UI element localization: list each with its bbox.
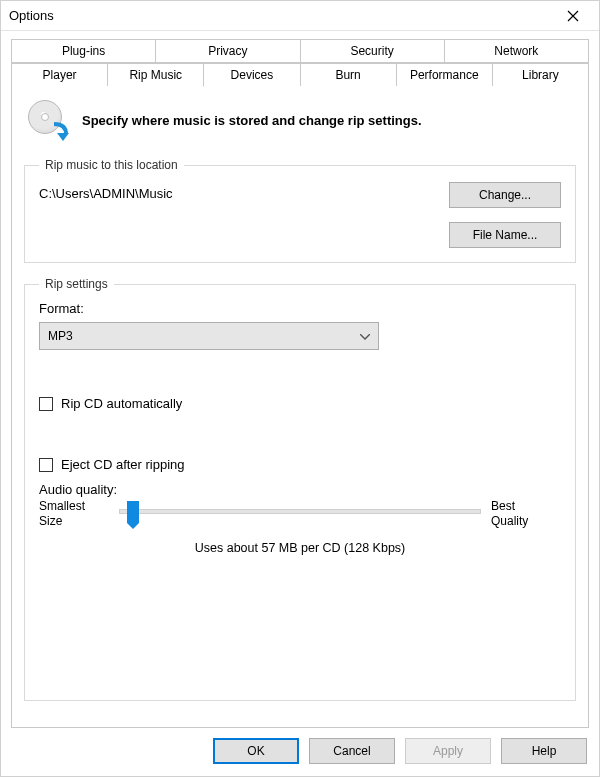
tab-strip: Plug-ins Privacy Security Network Player… [11,39,589,86]
apply-button[interactable]: Apply [405,738,491,764]
cd-rip-icon [28,100,68,140]
audio-quality-slider-row: Smallest Size Best Quality [39,499,561,539]
rip-auto-checkbox[interactable] [39,397,53,411]
tab-privacy[interactable]: Privacy [156,39,300,63]
ok-button[interactable]: OK [213,738,299,764]
eject-checkbox[interactable] [39,458,53,472]
tab-burn[interactable]: Burn [301,63,397,86]
rip-settings-group: Rip settings Format: MP3 Rip CD automati… [24,277,576,701]
rip-auto-checkbox-row[interactable]: Rip CD automatically [39,396,561,411]
format-select[interactable]: MP3 [39,322,379,350]
close-button[interactable] [555,4,591,28]
audio-quality-slider[interactable] [119,499,481,539]
change-location-button[interactable]: Change... [449,182,561,208]
cancel-button[interactable]: Cancel [309,738,395,764]
audio-quality-caption: Uses about 57 MB per CD (128 Kbps) [39,541,561,555]
rip-location-legend: Rip music to this location [39,158,184,172]
slider-thumb[interactable] [127,501,139,523]
rip-music-panel: Specify where music is stored and change… [11,86,589,728]
titlebar: Options [1,1,599,31]
rip-settings-legend: Rip settings [39,277,114,291]
help-button[interactable]: Help [501,738,587,764]
tab-devices[interactable]: Devices [204,63,300,86]
window-title: Options [9,8,555,23]
tab-security[interactable]: Security [301,39,445,63]
chevron-down-icon [360,329,370,343]
tab-library[interactable]: Library [493,63,589,86]
tab-plug-ins[interactable]: Plug-ins [11,39,156,63]
intro-row: Specify where music is stored and change… [28,100,576,140]
eject-checkbox-row[interactable]: Eject CD after ripping [39,457,561,472]
options-dialog: Options Plug-ins Privacy Security Networ… [0,0,600,777]
slider-max-label: Best Quality [491,499,561,529]
format-label: Format: [39,301,561,316]
eject-label: Eject CD after ripping [61,457,185,472]
rip-location-group: Rip music to this location C:\Users\ADMI… [24,158,576,263]
tab-performance[interactable]: Performance [397,63,493,86]
slider-min-label: Smallest Size [39,499,109,529]
tab-player[interactable]: Player [11,63,108,86]
close-icon [567,10,579,22]
format-value: MP3 [48,329,73,343]
file-name-button[interactable]: File Name... [449,222,561,248]
rip-auto-label: Rip CD automatically [61,396,182,411]
rip-location-path: C:\Users\ADMIN\Music [39,182,449,201]
audio-quality-label: Audio quality: [39,482,561,497]
dialog-footer: OK Cancel Apply Help [1,728,599,776]
tab-rip-music[interactable]: Rip Music [108,63,204,87]
intro-text: Specify where music is stored and change… [82,113,422,128]
tab-network[interactable]: Network [445,39,589,63]
